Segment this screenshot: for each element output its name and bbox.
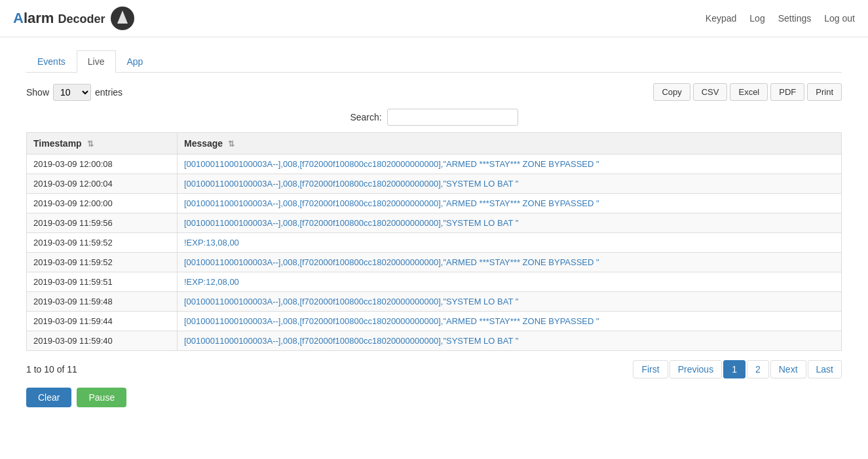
table-row: 2019-03-09 12:00:08[00100011000100003A--… [27,155,842,174]
cell-message[interactable]: [00100011000100003A--],008,[f702000f1008… [178,155,842,174]
page-first-button[interactable]: First [633,360,668,378]
cell-message[interactable]: [00100011000100003A--],008,[f702000f1008… [178,194,842,213]
clear-button[interactable]: Clear [26,388,71,407]
nav-logout[interactable]: Log out [824,13,855,24]
message-link[interactable]: [00100011000100003A--],008,[f702000f1008… [184,336,518,346]
table-row: 2019-03-09 11:59:40[00100011000100003A--… [27,331,842,351]
message-link[interactable]: [00100011000100003A--],008,[f702000f1008… [184,198,599,208]
col-message[interactable]: Message ⇅ [178,133,842,155]
col-timestamp[interactable]: Timestamp ⇅ [27,133,178,155]
brand-decoder: Decoder [58,12,105,26]
controls-row: Show 10 25 50 100 entries Copy CSV Excel… [26,83,842,101]
cell-timestamp: 2019-03-09 11:59:52 [27,253,178,272]
nav-log[interactable]: Log [749,13,764,24]
table-row: 2019-03-09 12:00:04[00100011000100003A--… [27,174,842,194]
message-link[interactable]: [00100011000100003A--],008,[f702000f1008… [184,316,599,326]
cell-message[interactable]: [00100011000100003A--],008,[f702000f1008… [178,174,842,194]
message-link[interactable]: !EXP:12,08,00 [184,277,239,287]
page-2-button[interactable]: 2 [747,360,769,378]
page-1-button[interactable]: 1 [723,360,745,378]
brand-a: A [13,10,24,26]
message-sort-icon: ⇅ [228,139,235,149]
cell-message[interactable]: !EXP:12,08,00 [178,272,842,292]
table-row: 2019-03-09 11:59:52[00100011000100003A--… [27,253,842,272]
pagination-row: 1 to 10 of 11 First Previous 1 2 Next La… [26,360,842,378]
main-content: Events Live App Show 10 25 50 100 entrie… [0,37,868,420]
search-row: Search: [26,109,842,126]
show-entries: Show 10 25 50 100 entries [26,84,123,101]
message-link[interactable]: !EXP:13,08,00 [184,238,239,248]
tab-app[interactable]: App [116,50,155,72]
cell-timestamp: 2019-03-09 11:59:56 [27,213,178,233]
tab-events[interactable]: Events [26,50,77,72]
entries-suffix: entries [95,87,123,98]
print-button[interactable]: Print [807,83,842,101]
cell-timestamp: 2019-03-09 11:59:40 [27,331,178,351]
cell-timestamp: 2019-03-09 11:59:51 [27,272,178,292]
cell-timestamp: 2019-03-09 12:00:08 [27,155,178,174]
page-last-button[interactable]: Last [808,360,842,378]
entries-select[interactable]: 10 25 50 100 [53,84,91,101]
page-next-button[interactable]: Next [770,360,806,378]
message-link[interactable]: [00100011000100003A--],008,[f702000f1008… [184,257,599,267]
table-row: 2019-03-09 11:59:51!EXP:12,08,00 [27,272,842,292]
bottom-buttons: Clear Pause [26,388,842,407]
cell-timestamp: 2019-03-09 11:59:44 [27,312,178,331]
navbar-links: Keypad Log Settings Log out [706,13,855,24]
table-row: 2019-03-09 11:59:48[00100011000100003A--… [27,292,842,312]
table-row: 2019-03-09 11:59:52!EXP:13,08,00 [27,233,842,253]
pdf-button[interactable]: PDF [770,83,804,101]
table-row: 2019-03-09 12:00:00[00100011000100003A--… [27,194,842,213]
timestamp-sort-icon: ⇅ [87,139,94,149]
cell-timestamp: 2019-03-09 12:00:04 [27,174,178,194]
pause-button[interactable]: Pause [77,388,126,407]
cell-message[interactable]: [00100011000100003A--],008,[f702000f1008… [178,331,842,351]
csv-button[interactable]: CSV [693,83,728,101]
brand-logo-icon [109,5,136,31]
cell-timestamp: 2019-03-09 12:00:00 [27,194,178,213]
table-row: 2019-03-09 11:59:44[00100011000100003A--… [27,312,842,331]
cell-timestamp: 2019-03-09 11:59:48 [27,292,178,312]
message-link[interactable]: [00100011000100003A--],008,[f702000f1008… [184,218,518,228]
cell-timestamp: 2019-03-09 11:59:52 [27,233,178,253]
brand-larm: larm [24,10,54,26]
table-header-row: Timestamp ⇅ Message ⇅ [27,133,842,155]
table-row: 2019-03-09 11:59:56[00100011000100003A--… [27,213,842,233]
pagination-info: 1 to 10 of 11 [26,364,77,375]
nav-settings[interactable]: Settings [778,13,812,24]
message-link[interactable]: [00100011000100003A--],008,[f702000f1008… [184,179,518,189]
data-table: Timestamp ⇅ Message ⇅ 2019-03-09 12:00:0… [26,132,842,351]
cell-message[interactable]: [00100011000100003A--],008,[f702000f1008… [178,292,842,312]
export-buttons: Copy CSV Excel PDF Print [653,83,842,101]
page-previous-button[interactable]: Previous [670,360,722,378]
excel-button[interactable]: Excel [730,83,768,101]
cell-message[interactable]: [00100011000100003A--],008,[f702000f1008… [178,213,842,233]
search-input[interactable] [387,109,518,126]
brand-text: Alarm Decoder [13,11,105,26]
message-link[interactable]: [00100011000100003A--],008,[f702000f1008… [184,297,518,306]
pagination-buttons: First Previous 1 2 Next Last [633,360,842,378]
search-label: Search: [350,112,381,122]
message-link[interactable]: [00100011000100003A--],008,[f702000f1008… [184,159,599,169]
cell-message[interactable]: [00100011000100003A--],008,[f702000f1008… [178,312,842,331]
cell-message[interactable]: !EXP:13,08,00 [178,233,842,253]
tab-live[interactable]: Live [77,50,116,73]
brand-logo-area: Alarm Decoder [13,5,136,31]
cell-message[interactable]: [00100011000100003A--],008,[f702000f1008… [178,253,842,272]
show-label: Show [26,87,49,98]
navbar: Alarm Decoder Keypad Log Settings Log ou… [0,0,868,37]
nav-keypad[interactable]: Keypad [706,13,736,24]
tabs: Events Live App [26,50,842,73]
copy-button[interactable]: Copy [653,83,690,101]
pagination-info-text: 1 to 10 of 11 [26,364,77,375]
